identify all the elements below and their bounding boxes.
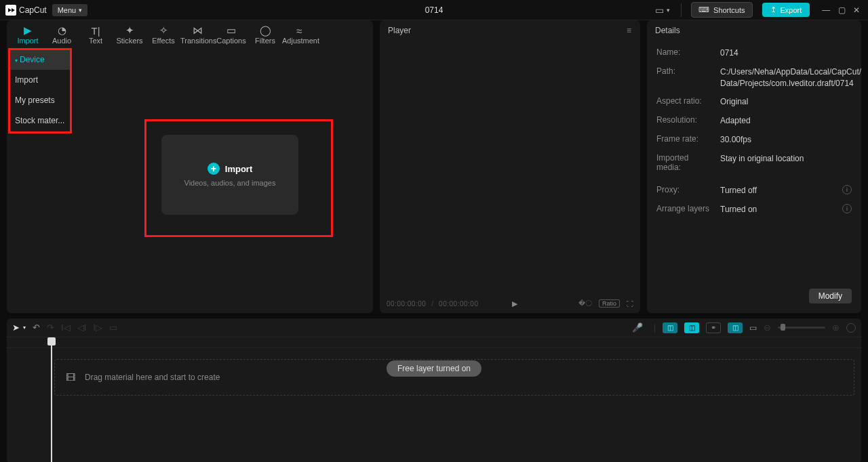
tab-label: Adjustment xyxy=(282,37,316,45)
sidebar-item-my-presets[interactable]: My presets xyxy=(9,90,71,110)
timeline-zoom-out[interactable]: ⊖ xyxy=(764,322,771,333)
media-panel: ▶Import◔AudioT|Text✦Stickers✧Effects⋈Tra… xyxy=(7,20,373,313)
import-card-subtitle: Videos, audios, and images xyxy=(184,179,276,187)
toast-message: Free layer turned on xyxy=(387,360,481,377)
mic-icon[interactable]: 🎤 xyxy=(632,322,643,333)
shortcuts-label: Shortcuts xyxy=(713,6,745,14)
selection-tool[interactable]: ➤▾ xyxy=(12,322,26,333)
project-title: 0714 xyxy=(425,5,443,15)
timeline-ruler[interactable] xyxy=(7,337,861,348)
sidebar-item-import[interactable]: Import xyxy=(9,70,71,90)
detail-key: Arrange layers xyxy=(656,204,715,213)
captions-icon: ▭ xyxy=(214,24,248,37)
minimize-button[interactable]: — xyxy=(819,5,833,15)
detail-value: Adapted xyxy=(720,115,852,127)
layout-icon: ▭ xyxy=(655,5,664,16)
delete-button[interactable]: ▭ xyxy=(109,322,117,333)
link-button[interactable]: ⚭ xyxy=(706,322,721,333)
export-button[interactable]: ↥ Export xyxy=(762,3,810,17)
tab-label: Text xyxy=(79,37,113,45)
timeline-zoom-in[interactable]: ⊕ xyxy=(832,322,840,333)
detail-value: 30.00fps xyxy=(720,134,852,146)
menu-button[interactable]: Menu ▾ xyxy=(52,4,88,16)
tab-stickers[interactable]: ✦Stickers xyxy=(113,24,146,46)
export-label: Export xyxy=(781,6,802,14)
tab-import[interactable]: ▶Import xyxy=(11,24,45,46)
detail-key: Proxy: xyxy=(656,185,715,194)
redo-button[interactable]: ↷ xyxy=(47,322,54,333)
player-menu-icon[interactable]: ≡ xyxy=(627,26,632,35)
drag-hint: Drag material here and start to create xyxy=(85,373,220,382)
import-icon: ▶ xyxy=(11,24,45,37)
timeline-zoom-slider[interactable] xyxy=(778,327,825,329)
import-card-title: Import xyxy=(225,164,252,174)
split-button[interactable]: I◁ xyxy=(61,322,71,333)
maximize-button[interactable]: ▢ xyxy=(835,5,848,15)
shortcuts-button[interactable]: ⌨ Shortcuts xyxy=(691,2,752,18)
details-title: Details xyxy=(655,26,680,35)
player-viewport xyxy=(380,41,640,294)
tab-transitions[interactable]: ⋈Transitions xyxy=(180,24,214,46)
layout-toggle[interactable]: ▭ ▾ xyxy=(651,3,682,17)
sidebar-item-stock-mater-[interactable]: Stock mater... xyxy=(9,110,71,131)
close-button[interactable]: ✕ xyxy=(850,5,863,15)
ratio-button[interactable]: Ratio xyxy=(599,299,620,308)
tab-label: Transitions xyxy=(180,37,214,45)
tab-effects[interactable]: ✧Effects xyxy=(146,24,180,46)
detail-value: Original xyxy=(720,96,852,108)
upload-icon: ↥ xyxy=(770,5,776,14)
tab-label: Effects xyxy=(146,37,180,45)
cover-button[interactable]: ▭ xyxy=(749,323,757,333)
menu-label: Menu xyxy=(58,6,77,14)
tab-label: Filters xyxy=(248,37,282,45)
tab-captions[interactable]: ▭Captions xyxy=(214,24,248,46)
detail-key: Path: xyxy=(656,66,715,76)
keyboard-icon: ⌨ xyxy=(698,5,709,14)
info-icon[interactable]: i xyxy=(842,204,852,213)
undo-button[interactable]: ↶ xyxy=(33,322,40,333)
transitions-icon: ⋈ xyxy=(180,24,214,37)
split-left-button[interactable]: ◁I xyxy=(77,322,87,333)
sidebar-item-device[interactable]: Device xyxy=(9,49,71,70)
tab-filters[interactable]: ◯Filters xyxy=(248,24,282,46)
chevron-down-icon: ▾ xyxy=(79,7,82,14)
detail-key: Imported media: xyxy=(656,153,715,172)
modify-button[interactable]: Modify xyxy=(809,289,852,303)
text-icon: T| xyxy=(79,24,113,37)
player-time-current: 00:00:00:00 xyxy=(387,300,426,308)
capture-icon[interactable]: �〇 xyxy=(578,299,592,308)
tab-label: Captions xyxy=(214,37,248,45)
tab-audio[interactable]: ◔Audio xyxy=(45,24,79,46)
tab-text[interactable]: T|Text xyxy=(79,24,113,46)
timeline-toolbar: ➤▾ ↶ ↷ I◁ ◁I I▷ ▭ 🎤 | ◫ ◫ ⚭ ◫ ▭ ⊖ ⊕ xyxy=(7,318,861,337)
logo-icon xyxy=(5,5,16,16)
player-controls: 00:00:00:00 / 00:00:00:00 ▶ �〇 Ratio ⛶ xyxy=(380,294,640,313)
playhead[interactable] xyxy=(47,337,56,345)
play-button[interactable]: ▶ xyxy=(512,299,517,308)
preview-axis-button[interactable]: ◫ xyxy=(728,322,743,333)
adjustment-icon: ≈ xyxy=(282,24,316,37)
timeline-fit-button[interactable] xyxy=(846,323,856,333)
detail-key: Name: xyxy=(656,47,715,57)
audio-icon: ◔ xyxy=(45,24,79,37)
fullscreen-icon[interactable]: ⛶ xyxy=(627,300,633,308)
import-dropzone-area: + Import Videos, audios, and images xyxy=(73,46,373,313)
filters-icon: ◯ xyxy=(248,24,282,37)
import-card[interactable]: + Import Videos, audios, and images xyxy=(161,135,298,215)
info-icon[interactable]: i xyxy=(842,185,852,194)
effects-icon: ✧ xyxy=(146,24,180,37)
detail-value: Turned on xyxy=(720,204,837,215)
detail-key: Frame rate: xyxy=(656,134,715,144)
magnet-track-button[interactable]: ◫ xyxy=(684,322,699,333)
magnet-main-button[interactable]: ◫ xyxy=(663,322,677,333)
player-time-total: 00:00:00:00 xyxy=(439,300,478,308)
detail-value: 0714 xyxy=(720,47,852,59)
detail-key: Resolution: xyxy=(656,115,715,125)
split-right-button[interactable]: I▷ xyxy=(93,322,102,333)
stickers-icon: ✦ xyxy=(113,24,146,37)
tab-adjustment[interactable]: ≈Adjustment xyxy=(282,24,316,46)
details-panel: Details Name:0714 Path:C:/Users/Neha/App… xyxy=(647,20,861,313)
detail-key: Aspect ratio: xyxy=(656,96,715,106)
detail-value: Turned off xyxy=(720,185,837,196)
window-controls: — ▢ ✕ xyxy=(819,5,863,15)
